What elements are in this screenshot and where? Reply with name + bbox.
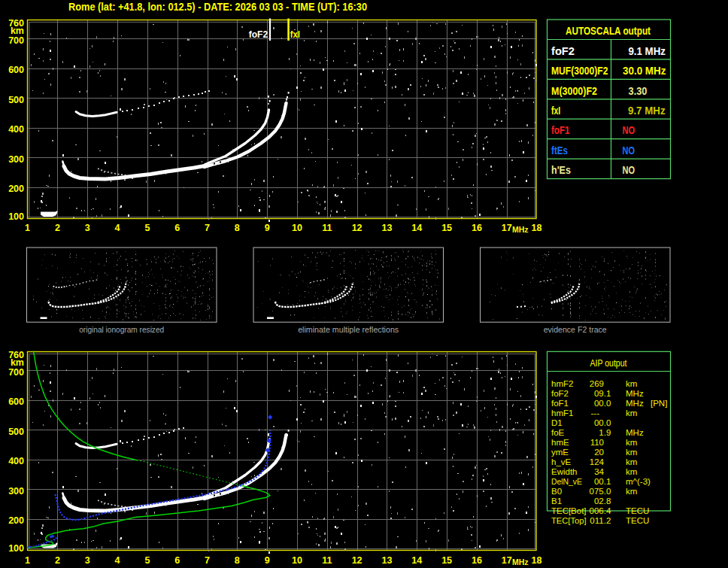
svg-text:foE: foE xyxy=(551,428,565,437)
svg-text:20: 20 xyxy=(594,448,604,457)
svg-text:km: km xyxy=(626,448,637,457)
svg-text:9: 9 xyxy=(265,223,270,233)
svg-text:km: km xyxy=(626,409,637,418)
svg-text:6: 6 xyxy=(174,555,180,566)
svg-text:18: 18 xyxy=(532,223,542,233)
svg-text:124: 124 xyxy=(590,457,605,466)
svg-text:100: 100 xyxy=(8,211,24,222)
svg-text:100: 100 xyxy=(8,543,24,554)
svg-text:110: 110 xyxy=(590,438,604,447)
svg-text:500: 500 xyxy=(8,427,24,437)
svg-text:ftEs: ftEs xyxy=(551,144,568,156)
svg-text:D1: D1 xyxy=(551,418,563,427)
svg-text:1.9: 1.9 xyxy=(599,428,611,437)
svg-text:MHz: MHz xyxy=(512,557,529,566)
svg-text:MUF(3000)F2: MUF(3000)F2 xyxy=(551,65,608,77)
svg-text:15: 15 xyxy=(441,223,452,233)
svg-text:fxI: fxI xyxy=(551,105,560,117)
svg-text:MHz: MHz xyxy=(626,389,644,398)
svg-text:5: 5 xyxy=(144,555,150,566)
svg-text:foF2: foF2 xyxy=(551,45,575,57)
svg-text:34: 34 xyxy=(594,467,604,476)
svg-text:hmF1: hmF1 xyxy=(551,409,573,418)
svg-text:MHz: MHz xyxy=(626,428,644,437)
svg-text:km: km xyxy=(626,467,637,476)
svg-text:hmF2: hmF2 xyxy=(551,379,573,388)
svg-text:16: 16 xyxy=(472,223,482,233)
svg-text:00.0: 00.0 xyxy=(594,418,611,427)
svg-text:TECU: TECU xyxy=(626,506,649,515)
svg-text:18: 18 xyxy=(532,555,542,566)
svg-text:9: 9 xyxy=(265,555,270,566)
svg-text:500: 500 xyxy=(8,95,24,105)
svg-text:300: 300 xyxy=(8,486,24,497)
svg-text:1: 1 xyxy=(25,223,30,233)
svg-text:---: --- xyxy=(591,409,600,418)
svg-text:TEC[Bot]: TEC[Bot] xyxy=(551,506,587,515)
svg-text:16: 16 xyxy=(472,555,482,566)
svg-text:2: 2 xyxy=(55,223,60,233)
svg-text:15: 15 xyxy=(441,555,452,566)
svg-text:02.8: 02.8 xyxy=(594,497,611,506)
svg-text:7: 7 xyxy=(205,223,210,233)
svg-text:evidence F2 trace: evidence F2 trace xyxy=(544,325,607,334)
svg-text:5: 5 xyxy=(144,223,150,233)
svg-text:foF1: foF1 xyxy=(551,399,569,408)
svg-text:200: 200 xyxy=(8,184,24,194)
svg-text:B1: B1 xyxy=(551,497,562,506)
svg-text:TEC[Top]: TEC[Top] xyxy=(551,516,587,525)
svg-text:9.1 MHz: 9.1 MHz xyxy=(628,45,666,57)
svg-text:Rome (lat: +41.8, lon: 012.5): Rome (lat: +41.8, lon: 012.5) - DATE: 20… xyxy=(68,1,367,13)
svg-text:700: 700 xyxy=(8,35,24,46)
svg-text:6: 6 xyxy=(174,223,180,233)
svg-text:10: 10 xyxy=(292,555,302,566)
svg-text:7: 7 xyxy=(205,555,210,566)
svg-text:12: 12 xyxy=(352,223,362,233)
svg-text:17: 17 xyxy=(502,223,512,233)
svg-text:11: 11 xyxy=(322,223,332,233)
svg-text:13: 13 xyxy=(381,223,392,233)
svg-text:MHz: MHz xyxy=(626,399,644,408)
svg-text:ymE: ymE xyxy=(551,448,569,457)
svg-text:AUTOSCALA output: AUTOSCALA output xyxy=(566,25,651,37)
svg-text:4: 4 xyxy=(115,223,120,233)
svg-text:011.2: 011.2 xyxy=(590,516,611,525)
svg-text:006.4: 006.4 xyxy=(590,506,611,515)
svg-text:hmE: hmE xyxy=(551,438,569,447)
svg-text:km: km xyxy=(626,379,637,388)
svg-text:foF1: foF1 xyxy=(551,124,569,136)
svg-text:9.7 MHz: 9.7 MHz xyxy=(628,105,666,117)
svg-text:400: 400 xyxy=(8,456,24,466)
svg-text:B0: B0 xyxy=(551,487,562,496)
svg-text:10: 10 xyxy=(292,223,302,233)
svg-text:600: 600 xyxy=(8,396,24,407)
svg-text:M(3000)F2: M(3000)F2 xyxy=(551,85,597,97)
svg-text:12: 12 xyxy=(352,555,362,566)
svg-text:00.0: 00.0 xyxy=(594,399,611,408)
svg-text:foF2: foF2 xyxy=(249,29,268,40)
svg-text:NO: NO xyxy=(623,144,635,156)
svg-text:200: 200 xyxy=(8,515,24,526)
svg-text:13: 13 xyxy=(381,555,392,566)
svg-text:2: 2 xyxy=(55,555,60,566)
svg-text:700: 700 xyxy=(8,367,24,378)
svg-text:h'Es: h'Es xyxy=(551,164,571,176)
svg-text:fxI: fxI xyxy=(290,29,300,40)
svg-text:3.30: 3.30 xyxy=(629,85,648,97)
svg-text:m^(-3): m^(-3) xyxy=(626,477,651,486)
svg-text:h_vE: h_vE xyxy=(551,457,572,466)
svg-text:14: 14 xyxy=(411,555,422,566)
svg-text:NO: NO xyxy=(623,164,635,176)
svg-text:8: 8 xyxy=(235,223,240,233)
svg-text:400: 400 xyxy=(8,124,24,135)
svg-text:NO: NO xyxy=(623,124,635,136)
svg-text:3: 3 xyxy=(85,555,90,566)
svg-text:075.0: 075.0 xyxy=(590,487,611,496)
svg-text:1: 1 xyxy=(25,555,30,566)
svg-text:AIP output: AIP output xyxy=(590,358,627,369)
svg-text:TECU: TECU xyxy=(626,516,649,525)
svg-text:17: 17 xyxy=(502,555,512,566)
svg-text:3: 3 xyxy=(85,223,90,233)
svg-text:300: 300 xyxy=(8,154,24,165)
svg-text:30.0 MHz: 30.0 MHz xyxy=(623,65,666,77)
